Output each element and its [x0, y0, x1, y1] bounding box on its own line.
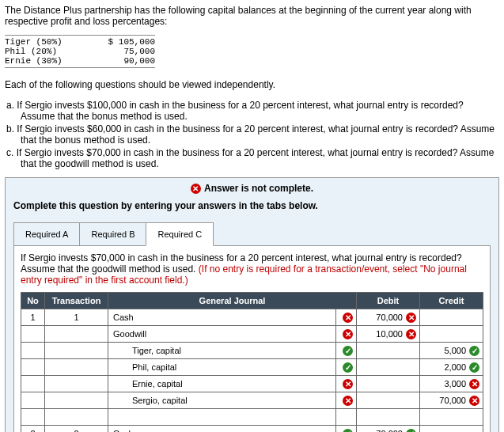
- independent-note: Each of the following questions should b…: [5, 79, 499, 90]
- answer-box: ✕Answer is not complete. Complete this q…: [5, 177, 499, 432]
- table-row: Phil, capital✓2,000✓: [21, 359, 483, 376]
- cell[interactable]: 1: [21, 309, 45, 326]
- x-icon: ✕: [406, 313, 416, 323]
- part-a: a. If Sergio invests $100,000 in cash in…: [6, 100, 499, 122]
- x-icon: ✕: [343, 329, 353, 339]
- cell[interactable]: [420, 426, 483, 432]
- table-row: [21, 409, 483, 426]
- x-icon: ✕: [343, 313, 353, 323]
- col-gj: General Journal: [108, 293, 357, 309]
- balance-name: Phil (20%): [5, 47, 92, 56]
- cell[interactable]: 10,000✕: [357, 326, 420, 343]
- x-icon: ✕: [406, 329, 416, 339]
- table-row: 11Cash✕70,000✕: [21, 309, 483, 326]
- cell[interactable]: 2: [21, 426, 45, 432]
- balance-amount: 75,000: [92, 47, 155, 56]
- check-icon: ✓: [469, 346, 479, 356]
- cell[interactable]: [357, 359, 420, 376]
- cell[interactable]: 70,000✕: [357, 309, 420, 326]
- cell[interactable]: 1: [45, 309, 108, 326]
- balance-amount: $ 105,000: [92, 37, 155, 47]
- cell[interactable]: ✕: [336, 392, 357, 409]
- table-row: Sergio, capital✕70,000✕: [21, 392, 483, 409]
- cell[interactable]: [21, 343, 45, 359]
- tabs: Required A Required B Required C: [6, 222, 498, 246]
- x-icon: ✕: [191, 184, 201, 194]
- col-tx: Transaction: [45, 293, 108, 309]
- x-icon: ✕: [469, 396, 479, 406]
- not-complete-text: Answer is not complete.: [204, 183, 313, 194]
- cell[interactable]: 5,000✓: [420, 343, 483, 359]
- balance-amount: 90,000: [92, 56, 155, 66]
- balance-name: Tiger (50%): [5, 37, 92, 47]
- cell[interactable]: [21, 376, 45, 392]
- cell[interactable]: [357, 343, 420, 359]
- cell[interactable]: 2,000✓: [420, 359, 483, 376]
- tab-required-b[interactable]: Required B: [79, 222, 146, 246]
- tab-required-a[interactable]: Required A: [13, 222, 80, 246]
- cell[interactable]: [357, 392, 420, 409]
- balance-name: Ernie (30%): [5, 56, 92, 66]
- cell[interactable]: Goodwill: [108, 326, 336, 343]
- cell[interactable]: ✕: [336, 326, 357, 343]
- balances-table: Tiger (50%) $ 105,000 Phil (20%) 75,000 …: [5, 35, 155, 68]
- x-icon: ✕: [469, 379, 479, 389]
- cell[interactable]: [21, 409, 45, 426]
- tab-required-c[interactable]: Required C: [146, 222, 214, 246]
- cell[interactable]: [420, 309, 483, 326]
- cell[interactable]: [21, 326, 45, 343]
- cell[interactable]: [357, 409, 420, 426]
- cell[interactable]: ✕: [336, 309, 357, 326]
- cell[interactable]: Cash: [108, 309, 336, 326]
- cell[interactable]: 70,000✓: [357, 426, 420, 432]
- cell[interactable]: ✓: [336, 359, 357, 376]
- cell[interactable]: [357, 376, 420, 392]
- complete-instruction: Complete this question by entering your …: [6, 200, 498, 219]
- cell[interactable]: 70,000✕: [420, 392, 483, 409]
- check-icon: ✓: [469, 362, 479, 373]
- part-c: c. If Sergio invests $70,000 in cash in …: [6, 147, 499, 169]
- cell[interactable]: [21, 359, 45, 376]
- cell[interactable]: 2: [45, 426, 108, 432]
- scenario-text: If Sergio invests $70,000 in cash in the…: [21, 252, 483, 286]
- cell[interactable]: [21, 392, 45, 409]
- cell[interactable]: ✓: [336, 426, 357, 432]
- not-complete-banner: ✕Answer is not complete.: [6, 183, 498, 194]
- parts-list: a. If Sergio invests $100,000 in cash in…: [5, 100, 499, 169]
- cell[interactable]: [420, 409, 483, 426]
- cell[interactable]: [108, 409, 336, 426]
- cell[interactable]: [45, 343, 108, 359]
- table-row: Ernie, capital✕3,000✕: [21, 376, 483, 392]
- cell[interactable]: Ernie, capital: [108, 376, 336, 392]
- col-no: No: [21, 293, 45, 309]
- cell[interactable]: ✓: [336, 343, 357, 359]
- intro-text: The Distance Plus partnership has the fo…: [5, 5, 499, 27]
- col-credit: Credit: [420, 293, 483, 309]
- table-row: 22Cash✓70,000✓: [21, 426, 483, 432]
- cell[interactable]: [45, 326, 108, 343]
- check-icon: ✓: [343, 429, 353, 432]
- cell[interactable]: [45, 409, 108, 426]
- cell[interactable]: ✕: [336, 376, 357, 392]
- col-debit: Debit: [357, 293, 420, 309]
- cell[interactable]: [45, 376, 108, 392]
- cell[interactable]: 3,000✕: [420, 376, 483, 392]
- cell[interactable]: [45, 392, 108, 409]
- cell[interactable]: Phil, capital: [108, 359, 336, 376]
- check-icon: ✓: [406, 429, 416, 432]
- cell[interactable]: [336, 409, 357, 426]
- cell[interactable]: Sergio, capital: [108, 392, 336, 409]
- table-row: Tiger, capital✓5,000✓: [21, 343, 483, 359]
- part-b: b. If Sergio invests $60,000 in cash in …: [6, 123, 499, 146]
- tab-body: If Sergio invests $70,000 in cash in the…: [13, 245, 491, 432]
- cell[interactable]: [420, 326, 483, 343]
- x-icon: ✕: [343, 379, 353, 389]
- check-icon: ✓: [343, 362, 353, 373]
- cell[interactable]: Tiger, capital: [108, 343, 336, 359]
- table-row: Goodwill✕10,000✕: [21, 326, 483, 343]
- journal-table: No Transaction General Journal Debit Cre…: [21, 292, 483, 432]
- x-icon: ✕: [343, 396, 353, 406]
- check-icon: ✓: [343, 346, 353, 356]
- cell[interactable]: [45, 359, 108, 376]
- cell[interactable]: Cash: [108, 426, 336, 432]
